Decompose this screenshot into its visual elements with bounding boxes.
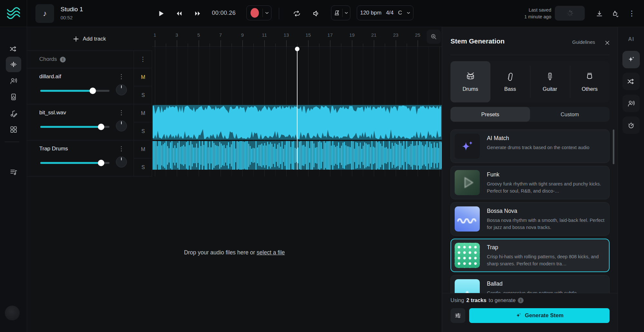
loop-button[interactable] <box>290 7 304 20</box>
preset-card-funk[interactable]: Funk Groovy funk rhythm with tight snare… <box>450 166 610 199</box>
track-menu-button[interactable]: ⋮ <box>118 73 125 80</box>
trap-thumbnail <box>455 243 480 268</box>
preset-card-bossa-nova[interactable]: Bossa Nova Bossa nova rhythm with a smoo… <box>450 202 610 236</box>
solo-button[interactable]: S <box>134 86 152 104</box>
tempo-settings-button[interactable]: 120 bpm 4/4 C <box>357 5 413 20</box>
grid-icon <box>9 125 18 134</box>
volume-slider[interactable] <box>40 126 109 128</box>
using-suffix: to generate <box>489 297 516 303</box>
drums-icon <box>466 72 475 81</box>
play-button[interactable] <box>154 7 168 20</box>
track-row[interactable]: Trap Drums ⋮ <box>27 140 134 176</box>
feedback-button[interactable] <box>608 7 622 20</box>
download-button[interactable] <box>592 7 606 20</box>
speaker-icon <box>9 93 18 101</box>
volume-slider[interactable] <box>40 162 109 164</box>
ai-tools-rail: AI <box>618 27 644 332</box>
metronome-options-chevron[interactable] <box>343 12 350 14</box>
bass-icon <box>505 72 515 81</box>
rail-item-voice[interactable] <box>622 95 640 112</box>
mute-button[interactable]: M <box>134 104 152 122</box>
rail-item-stem-generation[interactable] <box>622 51 640 68</box>
tab-guitar[interactable]: Guitar <box>530 61 570 102</box>
select-file-link[interactable]: select a file <box>257 249 285 256</box>
project-icon-tile[interactable]: ♪ <box>35 4 54 23</box>
rewind-icon <box>175 10 183 17</box>
spinner-icon <box>566 9 574 17</box>
pan-knob[interactable] <box>116 84 127 95</box>
chords-group-row[interactable]: Chords i ⋮ <box>27 51 152 68</box>
sync-loading-button[interactable] <box>555 6 585 21</box>
tab-custom[interactable]: Custom <box>530 107 610 122</box>
sidebar-item-compose[interactable] <box>6 106 21 121</box>
preset-card-ai-match[interactable]: AI Match Generate drums track based on t… <box>450 129 610 163</box>
tab-drums[interactable]: Drums <box>450 61 490 102</box>
tab-label: Guitar <box>543 86 557 92</box>
preset-card-trap[interactable]: Trap Crisp hi-hats with rolling patterns… <box>450 239 610 272</box>
save-status: Last saved 1 minute ago <box>506 7 551 20</box>
solo-button[interactable]: S <box>134 122 152 140</box>
chevron-down-icon <box>345 12 348 14</box>
preset-description: Generate drums track based on the contex… <box>487 144 589 151</box>
sidebar-item-playlist[interactable] <box>6 164 21 180</box>
volume-slider[interactable] <box>40 90 109 92</box>
generation-settings-button[interactable] <box>450 308 465 323</box>
sidebar-item-stems[interactable] <box>6 57 21 72</box>
generate-stem-button[interactable]: Generate Stem <box>469 308 610 323</box>
chords-group-label: Chords i <box>39 56 66 62</box>
mute-button[interactable]: M <box>134 68 152 86</box>
volume-handle[interactable] <box>98 124 104 130</box>
master-volume-button[interactable] <box>309 7 323 20</box>
pan-knob[interactable] <box>116 120 127 131</box>
timeline-body[interactable] <box>152 27 442 176</box>
sidebar-item-voice[interactable] <box>6 73 21 89</box>
voice-icon <box>627 99 635 108</box>
volume-handle[interactable] <box>98 160 104 166</box>
rail-item-routing[interactable] <box>622 73 640 90</box>
tab-presets[interactable]: Presets <box>450 107 530 122</box>
play-icon <box>157 9 165 18</box>
pan-knob[interactable] <box>116 157 127 167</box>
preset-title: Ballad <box>487 280 581 287</box>
sidebar-item-apps[interactable] <box>6 122 21 137</box>
track-menu-button[interactable]: ⋮ <box>118 146 125 152</box>
generate-stem-label: Generate Stem <box>525 312 564 319</box>
tab-label: Drums <box>462 86 478 92</box>
guidelines-link[interactable]: Guidelines <box>572 39 595 45</box>
volume-fill <box>40 162 101 164</box>
metronome-button[interactable] <box>331 9 342 16</box>
tab-others[interactable]: Others <box>570 61 610 102</box>
project-title[interactable]: Studio 1 <box>61 6 83 13</box>
list-scrollbar[interactable] <box>613 129 614 164</box>
solo-button[interactable]: S <box>134 158 152 176</box>
track-name: Trap Drums <box>39 146 68 152</box>
more-menu-button[interactable]: ⋮ <box>625 7 639 20</box>
avatar[interactable] <box>5 306 20 320</box>
playhead[interactable] <box>297 49 298 170</box>
track-row[interactable]: bit_ssl.wav ⋮ <box>27 104 134 140</box>
volume-handle[interactable] <box>90 88 96 94</box>
add-track-button[interactable]: Add track <box>73 36 106 42</box>
routing-icon <box>627 77 635 86</box>
mute-button[interactable]: M <box>134 140 152 158</box>
preset-list: AI Match Generate drums track based on t… <box>450 129 611 293</box>
close-panel-button[interactable] <box>603 39 611 47</box>
rail-item-tuning[interactable] <box>622 117 640 134</box>
record-button[interactable] <box>247 8 262 18</box>
sidebar-item-routing[interactable] <box>6 41 21 57</box>
metronome-group <box>331 5 350 20</box>
record-options-chevron[interactable] <box>263 12 271 14</box>
track-menu-button[interactable]: ⋮ <box>118 109 125 116</box>
track-row[interactable]: dillard.aif ⋮ <box>27 68 134 104</box>
rewind-button[interactable] <box>172 7 186 20</box>
fast-forward-button[interactable] <box>191 7 205 20</box>
volume-fill <box>40 126 101 128</box>
app-logo[interactable] <box>0 0 27 27</box>
tab-bass[interactable]: Bass <box>490 61 530 102</box>
playhead-handle[interactable] <box>295 47 299 51</box>
preset-title: Bossa Nova <box>487 208 605 214</box>
waveform-icon <box>9 60 18 69</box>
sidebar-item-speaker[interactable] <box>6 89 21 105</box>
preset-card-ballad[interactable]: Ballad Gentle, expressive drum pattern w… <box>450 275 610 293</box>
time-signature-value: 4/4 <box>386 10 394 16</box>
